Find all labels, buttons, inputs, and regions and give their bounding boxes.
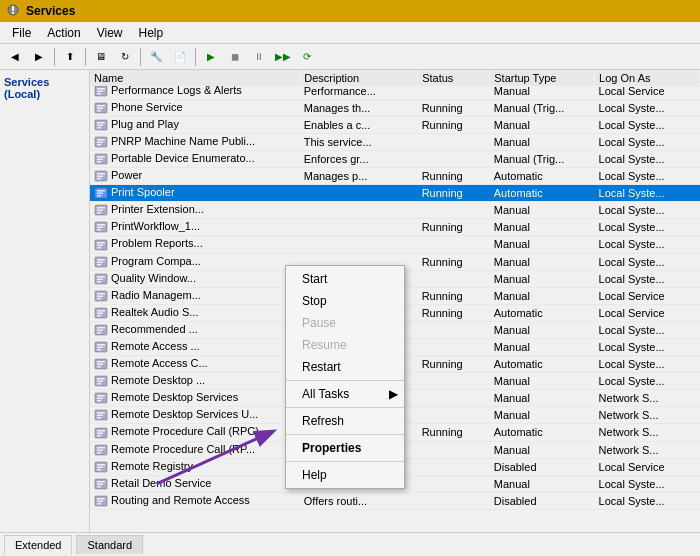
toolbar-refresh[interactable]: ↻ xyxy=(114,47,136,67)
svg-rect-92 xyxy=(97,361,105,363)
svg-rect-101 xyxy=(97,398,103,400)
svg-rect-56 xyxy=(97,207,105,209)
table-row[interactable]: Print Spooler Running Automatic Local Sy… xyxy=(90,185,700,202)
svg-rect-90 xyxy=(97,349,101,351)
svg-rect-29 xyxy=(97,90,103,92)
svc-name: Phone Service xyxy=(90,99,300,116)
svc-startup: Manual xyxy=(490,475,595,492)
svg-rect-102 xyxy=(97,400,101,402)
table-row[interactable]: Power Manages p... Running Automatic Loc… xyxy=(90,168,700,185)
tab-extended[interactable]: Extended xyxy=(4,535,72,555)
context-menu-item-properties[interactable]: Properties xyxy=(286,437,404,459)
svc-desc xyxy=(300,202,418,219)
svc-logon: Local Syste... xyxy=(595,99,700,116)
svc-status xyxy=(418,150,490,167)
app-title: Services xyxy=(26,4,75,18)
toolbar-forward[interactable]: ▶ xyxy=(28,47,50,67)
svc-desc xyxy=(300,185,418,202)
svg-rect-112 xyxy=(97,447,105,449)
svg-rect-96 xyxy=(97,378,105,380)
tab-standard[interactable]: Standard xyxy=(76,535,143,554)
svc-status xyxy=(418,390,490,407)
svg-rect-34 xyxy=(97,110,101,112)
menu-view[interactable]: View xyxy=(89,24,131,42)
toolbar-pause[interactable]: ⏸ xyxy=(248,47,270,67)
app-icon xyxy=(6,3,20,20)
svc-status xyxy=(418,338,490,355)
svc-startup: Manual (Trig... xyxy=(490,150,595,167)
toolbar-start[interactable]: ▶ xyxy=(200,47,222,67)
toolbar: ◀ ▶ ⬆ 🖥 ↻ 🔧 📄 ▶ ◼ ⏸ ▶▶ ⟳ xyxy=(0,44,700,70)
svc-name: Remote Procedure Call (RP... xyxy=(90,441,300,458)
col-header-startup[interactable]: Startup Type xyxy=(490,70,595,87)
col-header-status[interactable]: Status xyxy=(418,70,490,87)
services-panel: Name Description Status Startup Type Log… xyxy=(90,70,700,532)
svg-rect-44 xyxy=(97,156,105,158)
col-header-logon[interactable]: Log On As xyxy=(595,70,700,87)
table-row[interactable]: PrintWorkflow_1... Running Manual Local … xyxy=(90,219,700,236)
table-row[interactable]: Printer Extension... Manual Local Syste.… xyxy=(90,202,700,219)
svg-rect-76 xyxy=(97,293,105,295)
svc-startup: Manual xyxy=(490,338,595,355)
svc-status xyxy=(418,321,490,338)
svc-logon: Local Syste... xyxy=(595,373,700,390)
svg-rect-124 xyxy=(97,498,105,500)
context-menu-separator xyxy=(286,461,404,462)
menu-file[interactable]: File xyxy=(4,24,39,42)
table-row[interactable]: Portable Device Enumerato... Enforces gr… xyxy=(90,150,700,167)
svc-startup: Manual xyxy=(490,133,595,150)
svc-startup: Manual xyxy=(490,390,595,407)
svg-rect-57 xyxy=(97,210,103,212)
toolbar-stop[interactable]: ◼ xyxy=(224,47,246,67)
svg-rect-74 xyxy=(97,281,101,283)
toolbar-up[interactable]: ⬆ xyxy=(59,47,81,67)
toolbar-resume[interactable]: ▶▶ xyxy=(272,47,294,67)
table-row[interactable]: Plug and Play Enables a c... Running Man… xyxy=(90,116,700,133)
context-menu-item-refresh[interactable]: Refresh xyxy=(286,410,404,432)
toolbar-sep-2 xyxy=(85,48,86,66)
col-header-desc[interactable]: Description xyxy=(300,70,418,87)
context-menu-item-help[interactable]: Help xyxy=(286,464,404,486)
svc-status xyxy=(418,373,490,390)
svg-rect-121 xyxy=(97,483,103,485)
svg-rect-94 xyxy=(97,366,101,368)
table-row[interactable]: PNRP Machine Name Publi... This service.… xyxy=(90,133,700,150)
menu-action[interactable]: Action xyxy=(39,24,88,42)
svg-rect-60 xyxy=(97,224,105,226)
context-menu-item-stop[interactable]: Stop xyxy=(286,290,404,312)
svc-name: PNRP Machine Name Publi... xyxy=(90,133,300,150)
svg-rect-64 xyxy=(97,242,105,244)
toolbar-back[interactable]: ◀ xyxy=(4,47,26,67)
context-menu-item-restart[interactable]: Restart xyxy=(286,356,404,378)
table-row[interactable]: Phone Service Manages th... Running Manu… xyxy=(90,99,700,116)
table-row[interactable]: Routing and Remote Access Offers routi..… xyxy=(90,492,700,509)
svc-logon: Local Syste... xyxy=(595,321,700,338)
main-layout: Services (Local) Name Description Status… xyxy=(0,70,700,532)
table-row[interactable]: Problem Reports... Manual Local Syste... xyxy=(90,236,700,253)
toolbar-show-hide[interactable]: 🖥 xyxy=(90,47,112,67)
svg-rect-82 xyxy=(97,315,101,317)
svc-status: Running xyxy=(418,168,490,185)
toolbar-export[interactable]: 📄 xyxy=(169,47,191,67)
svc-startup: Manual xyxy=(490,270,595,287)
svg-rect-30 xyxy=(97,93,101,95)
svg-rect-100 xyxy=(97,395,105,397)
svg-rect-106 xyxy=(97,417,101,419)
svg-rect-36 xyxy=(97,122,105,124)
svc-name: Program Compa... xyxy=(90,253,300,270)
toolbar-restart[interactable]: ⟳ xyxy=(296,47,318,67)
svg-rect-126 xyxy=(97,503,101,505)
menu-help[interactable]: Help xyxy=(131,24,172,42)
svc-name: Remote Access ... xyxy=(90,338,300,355)
svg-rect-88 xyxy=(97,344,105,346)
toolbar-properties[interactable]: 🔧 xyxy=(145,47,167,67)
context-menu-item-alltasks[interactable]: All Tasks▶ xyxy=(286,383,404,405)
svc-status xyxy=(418,202,490,219)
svc-name: Remote Procedure Call (RPC) xyxy=(90,424,300,441)
col-header-name[interactable]: Name xyxy=(90,70,300,87)
context-menu-item-start[interactable]: Start xyxy=(286,268,404,290)
svc-startup: Manual xyxy=(490,441,595,458)
svg-rect-49 xyxy=(97,176,103,178)
svg-rect-62 xyxy=(97,229,101,231)
svc-logon: Local Service xyxy=(595,287,700,304)
